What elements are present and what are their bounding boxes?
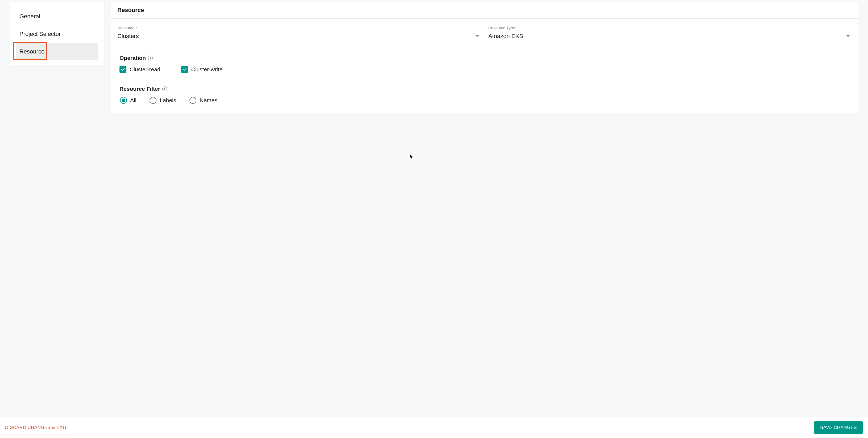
operation-checkbox-cluster-read[interactable]: Cluster-read: [120, 66, 160, 73]
checkbox-label: Cluster-read: [130, 66, 160, 73]
filter-section-title: Resource Filter i: [117, 86, 851, 92]
app-root: General Project Selector Resource Resour…: [0, 0, 868, 438]
operation-title-text: Operation: [120, 55, 146, 61]
resource-select[interactable]: Clusters: [117, 32, 480, 42]
sidebar-item-label: General: [20, 13, 40, 20]
footer-bar: DISCARD CHANGES & EXIT SAVE CHANGES: [0, 417, 868, 438]
filter-radio-labels[interactable]: Labels: [150, 97, 176, 104]
checkbox-label: Cluster-write: [191, 66, 223, 73]
filter-radio-all[interactable]: All: [120, 97, 136, 104]
sidebar-item-label: Project Selector: [20, 31, 61, 37]
card-body: Resource * Clusters Resource Type * Amaz…: [111, 19, 858, 115]
sidebar-item-resource[interactable]: Resource: [16, 43, 98, 60]
check-icon: [121, 67, 125, 72]
card-title: Resource: [111, 2, 858, 19]
sidebar-item-label: Resource: [20, 48, 44, 55]
resource-type-field-label: Resource Type *: [488, 26, 851, 30]
operation-options: Cluster-read Cluster-write: [117, 66, 851, 73]
field-row: Resource * Clusters Resource Type * Amaz…: [117, 26, 851, 42]
sidebar-item-general[interactable]: General: [16, 8, 98, 25]
radio-icon: [120, 97, 127, 104]
chevron-down-icon: [846, 35, 850, 37]
filter-radio-names[interactable]: Names: [189, 97, 217, 104]
resource-type-select-value: Amazon EKS: [488, 33, 523, 40]
info-icon[interactable]: i: [162, 87, 167, 91]
chevron-down-icon: [475, 35, 479, 37]
resource-type-select[interactable]: Amazon EKS: [488, 32, 851, 42]
radio-label: All: [130, 97, 136, 103]
radio-dot-icon: [122, 99, 125, 102]
radio-icon: [150, 97, 156, 104]
discard-button[interactable]: DISCARD CHANGES & EXIT: [0, 421, 72, 434]
filter-title-text: Resource Filter: [120, 86, 160, 92]
check-icon: [182, 67, 187, 72]
filter-options: All Labels Names: [117, 97, 851, 104]
operation-section-title: Operation i: [117, 55, 851, 61]
resource-card: Resource Resource * Clusters Resource Ty…: [111, 2, 858, 115]
operation-checkbox-cluster-write[interactable]: Cluster-write: [181, 66, 223, 73]
content-area: General Project Selector Resource Resour…: [0, 0, 868, 417]
resource-field-label: Resource *: [117, 26, 480, 30]
info-icon[interactable]: i: [148, 56, 153, 60]
resource-type-field: Resource Type * Amazon EKS: [488, 26, 851, 42]
radio-label: Labels: [160, 97, 176, 103]
checkbox-icon: [181, 66, 188, 73]
sidebar-nav: General Project Selector Resource: [10, 2, 104, 66]
save-button[interactable]: SAVE CHANGES: [814, 421, 863, 434]
resource-field: Resource * Clusters: [117, 26, 480, 42]
radio-label: Names: [199, 97, 217, 103]
sidebar-item-project-selector[interactable]: Project Selector: [16, 25, 98, 43]
checkbox-icon: [120, 66, 126, 73]
resource-select-value: Clusters: [117, 33, 139, 40]
radio-icon: [189, 97, 196, 104]
